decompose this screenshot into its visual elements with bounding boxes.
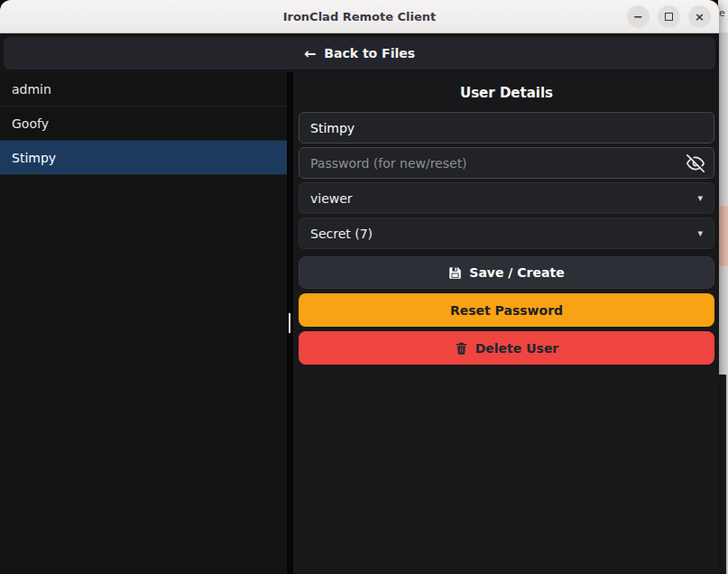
user-name-label: Goofy: [12, 116, 49, 131]
delete-button-label: Delete User: [475, 341, 559, 356]
back-arrow-icon: ←: [304, 45, 316, 62]
close-icon: ×: [695, 10, 705, 23]
reset-button-label: Reset Password: [450, 303, 563, 318]
window-title: IronClad Remote Client: [283, 10, 437, 23]
panel-title: User Details: [299, 85, 714, 101]
username-input[interactable]: [299, 112, 714, 144]
role-select[interactable]: viewer ▾: [299, 182, 714, 214]
background-window-dark-area: [718, 375, 728, 574]
secret-select-value: Secret (7): [310, 227, 373, 241]
maximize-button[interactable]: [658, 5, 680, 28]
back-button-label: Back to Files: [324, 46, 415, 60]
chevron-down-icon: ▾: [697, 192, 703, 204]
minimize-button[interactable]: −: [627, 5, 650, 28]
user-list: admin Goofy Stimpy: [0, 72, 287, 574]
titlebar[interactable]: IronClad Remote Client − ×: [0, 0, 719, 33]
role-select-value: viewer: [310, 191, 353, 206]
save-button-label: Save / Create: [469, 265, 564, 280]
user-list-item-admin[interactable]: admin: [0, 72, 287, 106]
secret-select[interactable]: Secret (7) ▾: [299, 218, 714, 249]
maximize-icon: [665, 13, 673, 21]
save-create-button[interactable]: Save / Create: [299, 256, 714, 289]
user-list-item-goofy[interactable]: Goofy: [0, 106, 287, 141]
chevron-down-icon: ▾: [697, 227, 703, 239]
eye-off-icon: [687, 154, 705, 172]
background-window-body: [718, 32, 728, 206]
reset-password-button[interactable]: Reset Password: [299, 293, 714, 327]
main-split: admin Goofy Stimpy User Details: [0, 72, 719, 574]
user-list-item-stimpy[interactable]: Stimpy: [0, 141, 287, 175]
trash-icon: [455, 341, 468, 356]
user-name-label: admin: [12, 82, 51, 97]
background-window: e: [718, 0, 728, 574]
text-cursor-ibeam: [289, 313, 290, 333]
password-input[interactable]: [299, 147, 714, 179]
background-window-partial-text: e: [719, 7, 725, 19]
user-name-label: Stimpy: [12, 151, 56, 165]
close-button[interactable]: ×: [688, 5, 711, 28]
password-field-wrap: [299, 147, 714, 179]
minimize-icon: −: [633, 10, 643, 23]
delete-user-button[interactable]: Delete User: [299, 331, 714, 365]
window-controls: − ×: [627, 5, 711, 28]
back-to-files-button[interactable]: ← Back to Files: [4, 37, 715, 69]
background-window-titlebar: e: [718, 0, 728, 32]
background-window-salmon-block: [718, 206, 728, 266]
background-window-body-lower: [718, 266, 728, 375]
password-visibility-toggle[interactable]: [687, 154, 705, 172]
user-details-panel: User Details viewer ▾ Secret: [293, 72, 719, 574]
save-icon: [448, 266, 462, 280]
app-window: IronClad Remote Client − × ← Back to Fil…: [0, 0, 719, 574]
